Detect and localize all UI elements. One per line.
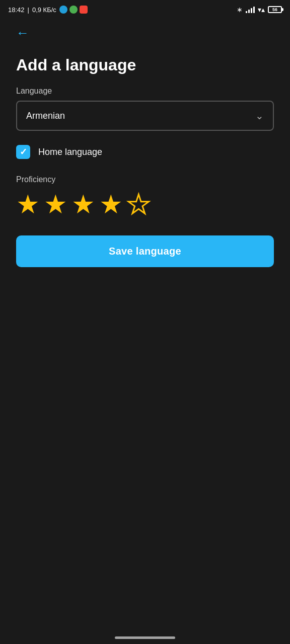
proficiency-label: Proficiency <box>16 175 274 184</box>
green-app-icon <box>69 6 78 14</box>
telegram-icon <box>59 6 67 14</box>
language-field-label: Language <box>16 87 274 96</box>
checkmark-icon: ✓ <box>20 147 27 156</box>
language-selected-value: Armenian <box>26 111 65 121</box>
chevron-down-icon: ⌄ <box>255 110 264 122</box>
star-2[interactable]: ★ <box>44 191 67 217</box>
status-left: 18:42 | 0,9 КБ/с <box>8 6 88 14</box>
data-speed: 0,9 КБ/с <box>32 6 56 14</box>
star-4[interactable]: ★ <box>99 191 123 217</box>
proficiency-stars: ★ ★ ★ ★ ★ <box>16 191 274 217</box>
page-title: Add a language <box>16 55 274 74</box>
save-language-button[interactable]: Save language <box>16 235 274 267</box>
status-bar: 18:42 | 0,9 КБ/с ∗ ▾▴ 56 <box>0 0 290 18</box>
star-3[interactable]: ★ <box>71 191 95 217</box>
status-right: ∗ ▾▴ 56 <box>237 6 282 14</box>
time-display: 18:42 <box>8 6 25 14</box>
signal-bars-icon <box>246 6 255 13</box>
language-dropdown[interactable]: Armenian ⌄ <box>16 101 274 131</box>
red-app-icon <box>80 6 88 14</box>
bluetooth-icon: ∗ <box>237 6 243 14</box>
wifi-icon: ▾▴ <box>258 6 265 14</box>
home-indicator <box>115 636 175 639</box>
notification-icons <box>59 6 88 14</box>
home-language-label: Home language <box>38 147 102 157</box>
star-5[interactable]: ★ <box>127 191 151 217</box>
battery-icon: 56 <box>268 6 282 13</box>
separator: | <box>28 6 29 14</box>
star-1[interactable]: ★ <box>16 191 40 217</box>
home-language-row: ✓ Home language <box>16 145 274 159</box>
back-arrow-icon: ← <box>16 26 29 39</box>
home-language-checkbox[interactable]: ✓ <box>16 145 30 159</box>
main-content: ← Add a language Language Armenian ⌄ ✓ H… <box>0 18 290 283</box>
back-button[interactable]: ← <box>16 24 29 41</box>
